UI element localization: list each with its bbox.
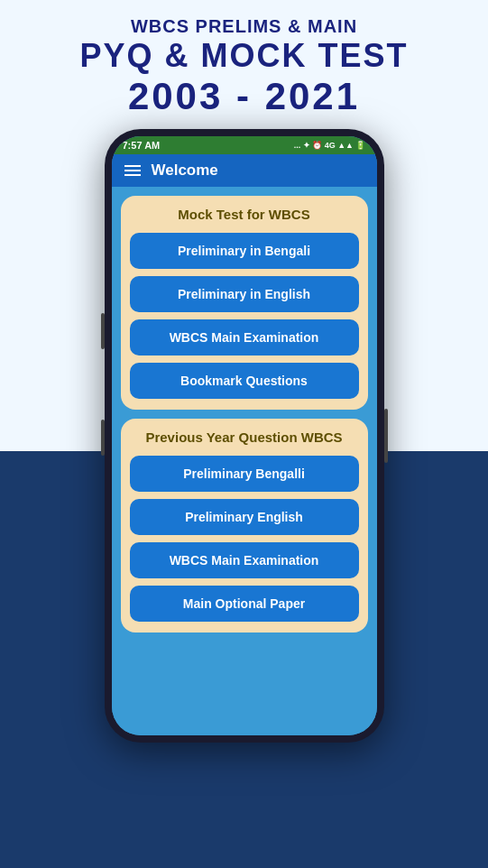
pyq-bengali-button[interactable]: Preliminary Bengalli	[130, 456, 359, 492]
nav-title: Welcome	[152, 162, 218, 180]
nav-bar: Welcome	[112, 154, 377, 187]
pyq-section: Previous Year Question WBCS Preliminary …	[121, 419, 368, 633]
pyq-optional-paper-button[interactable]: Main Optional Paper	[130, 586, 359, 622]
pyq-english-button[interactable]: Preliminary English	[130, 499, 359, 535]
phone-frame: 7:57 AM ... ✦ ⏰ 4G ▲▲ 🔋 Welcome Mock Tes…	[105, 129, 384, 743]
phone-screen: 7:57 AM ... ✦ ⏰ 4G ▲▲ 🔋 Welcome Mock Tes…	[112, 136, 377, 735]
preliminary-english-button[interactable]: Preliminary in English	[130, 276, 359, 312]
status-time: 7:57 AM	[123, 140, 161, 151]
volume-button	[384, 409, 388, 463]
volume-down-button	[101, 420, 105, 456]
header-line2: PYQ & MOCK TEST	[79, 37, 408, 75]
pyq-main-exam-button[interactable]: WBCS Main Examination	[130, 542, 359, 578]
mock-test-title: Mock Test for WBCS	[178, 207, 309, 222]
app-header: WBCS PRELIMS & MAIN PYQ & MOCK TEST 2003…	[79, 0, 408, 118]
wbcs-main-exam-button[interactable]: WBCS Main Examination	[130, 319, 359, 356]
signal-icons: ... ✦ ⏰ 4G ▲▲ 🔋	[294, 141, 366, 150]
status-bar: 7:57 AM ... ✦ ⏰ 4G ▲▲ 🔋	[112, 136, 377, 154]
header-line1: WBCS PRELIMS & MAIN	[79, 16, 408, 37]
hamburger-menu[interactable]	[124, 165, 141, 176]
bookmark-questions-button[interactable]: Bookmark Questions	[130, 363, 359, 399]
preliminary-bengali-button[interactable]: Preliminary in Bengali	[130, 233, 359, 269]
power-button	[101, 313, 105, 349]
mock-test-section: Mock Test for WBCS Preliminary in Bengal…	[121, 196, 368, 410]
header-line3: 2003 - 2021	[79, 75, 408, 118]
status-icons: ... ✦ ⏰ 4G ▲▲ 🔋	[294, 141, 366, 150]
screen-content: Mock Test for WBCS Preliminary in Bengal…	[112, 187, 377, 735]
pyq-title: Previous Year Question WBCS	[145, 429, 342, 445]
